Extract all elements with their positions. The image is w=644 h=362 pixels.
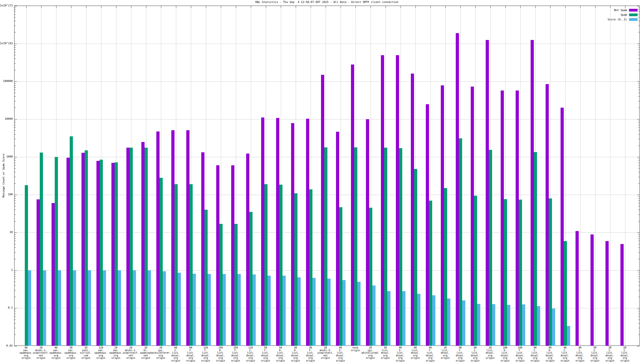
y-minor-tick <box>14 161 16 161</box>
y-minor-tick <box>638 47 640 47</box>
y-major-tick <box>637 119 640 119</box>
bar-spam <box>474 196 477 346</box>
y-major-tick <box>14 81 17 82</box>
y-major-tick <box>14 44 17 44</box>
y-minor-tick <box>638 241 640 241</box>
bar-spam <box>160 178 163 346</box>
bar-score <box>387 291 390 346</box>
y-minor-tick <box>638 96 640 97</box>
y-minor-tick <box>638 127 640 128</box>
legend-row-spam: Spam <box>608 12 638 17</box>
y-minor-tick <box>638 93 640 93</box>
y-minor-tick <box>14 272 16 272</box>
x-top-tick <box>460 6 461 8</box>
bar-score <box>148 270 151 346</box>
legend-row-not-spam: Not Spam <box>608 8 638 12</box>
y-minor-tick <box>638 282 640 282</box>
y-minor-tick <box>638 165 640 166</box>
y-major-tick <box>637 6 640 6</box>
y-minor-tick <box>638 274 640 274</box>
y-minor-tick <box>14 59 16 59</box>
bar-spam <box>444 188 447 346</box>
bar-not-spam <box>426 104 429 346</box>
bar-spam <box>25 185 28 346</box>
y-minor-tick <box>638 14 640 14</box>
bar-score <box>328 279 330 346</box>
bar-not-spam <box>276 118 279 346</box>
bar-spam <box>339 207 342 346</box>
y-minor-tick <box>638 59 640 59</box>
y-minor-tick <box>638 172 640 172</box>
legend: Not Spam Spam Score (0..1) <box>608 8 638 22</box>
y-minor-tick <box>638 320 640 320</box>
y-minor-tick <box>638 55 640 55</box>
bar-score <box>402 291 406 346</box>
y-axis-label: Message Count or Spam Score <box>2 154 5 198</box>
y-minor-tick <box>638 108 640 108</box>
y-minor-tick <box>14 335 16 335</box>
chart-title: RBL Statistics - Thu Sep 4 12:58:07 EDT … <box>14 0 640 4</box>
bar-not-spam <box>516 90 519 346</box>
bar-not-spam <box>381 55 384 346</box>
y-minor-tick <box>14 317 16 317</box>
bar-score <box>447 299 450 346</box>
bar-spam <box>144 148 148 346</box>
y-minor-tick <box>638 236 640 236</box>
y-minor-tick <box>638 11 640 12</box>
y-minor-tick <box>14 276 16 276</box>
y-gridline <box>14 81 639 82</box>
legend-swatch-score <box>629 18 638 21</box>
y-minor-tick <box>638 234 640 235</box>
x-top-tick <box>610 6 610 8</box>
y-minor-tick <box>638 49 640 49</box>
x-top-tick <box>26 6 26 8</box>
bar-score <box>252 275 256 346</box>
y-minor-tick <box>14 49 16 49</box>
x-top-tick <box>206 6 206 8</box>
y-tick-label: 10 <box>0 231 13 234</box>
x-top-tick <box>490 6 490 8</box>
y-major-tick <box>14 119 17 119</box>
y-minor-tick <box>638 198 640 199</box>
x-gridline <box>580 6 580 346</box>
bar-not-spam <box>246 154 249 346</box>
y-minor-tick <box>638 161 640 161</box>
bar-spam <box>264 184 268 346</box>
bar-spam <box>55 157 58 346</box>
bar-not-spam <box>52 203 55 346</box>
y-minor-tick <box>638 248 640 248</box>
y-minor-tick <box>638 279 640 279</box>
bar-spam <box>234 224 238 346</box>
bar-score <box>342 280 346 346</box>
y-major-tick <box>637 157 640 157</box>
y-minor-tick <box>14 63 16 63</box>
y-minor-tick <box>14 130 16 131</box>
y-minor-tick <box>638 146 640 146</box>
bar-score <box>238 274 241 346</box>
y-major-tick <box>14 195 17 195</box>
bar-spam <box>354 147 357 346</box>
y-minor-tick <box>14 320 16 320</box>
y-major-tick <box>637 233 640 233</box>
x-top-tick <box>116 6 116 8</box>
y-minor-tick <box>14 9 16 9</box>
legend-label-score: Score (0..1) <box>608 18 627 21</box>
y-minor-tick <box>14 236 16 236</box>
y-minor-tick <box>14 14 16 14</box>
y-minor-tick <box>638 196 640 197</box>
y-minor-tick <box>14 7 16 8</box>
x-gridline <box>595 6 596 346</box>
bar-score <box>462 301 465 346</box>
bar-not-spam <box>486 40 489 346</box>
x-top-tick <box>311 6 311 8</box>
y-minor-tick <box>14 146 16 146</box>
x-top-tick <box>356 6 356 8</box>
bar-spam <box>70 136 73 346</box>
y-minor-tick <box>638 17 640 17</box>
y-minor-tick <box>14 134 16 134</box>
bar-not-spam <box>530 40 534 346</box>
bar-score <box>552 309 555 346</box>
y-major-tick <box>637 308 640 308</box>
bar-spam <box>549 198 552 346</box>
bar-not-spam <box>171 130 174 346</box>
